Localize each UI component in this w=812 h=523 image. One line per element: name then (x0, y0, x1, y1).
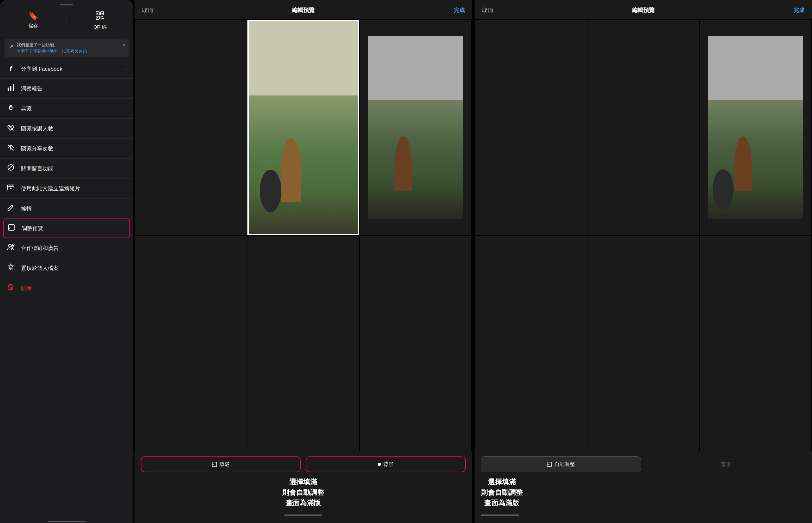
right-editor-header: 取消 編輯預覽 完成 (474, 0, 812, 19)
create-reel-icon (6, 184, 15, 193)
hide-shares-icon (6, 144, 15, 153)
top-buttons-row: 🔖 儲存 QR 碼 (0, 8, 133, 35)
create-reel-label: 使用此貼文建立連續短片 (21, 185, 127, 192)
menu-item-hide-shares[interactable]: 隱藏分享次數 (0, 139, 133, 159)
menu-item-edit[interactable]: 編輯 (0, 199, 133, 218)
grid-cell-2-2 (248, 236, 359, 451)
notice-banner: ↗ 我們搬遷了一些功能。 查看可分享到哪些地方，以及複製連結 × (4, 39, 129, 57)
hide-shares-label: 隱藏分享次數 (21, 145, 127, 152)
svg-rect-6 (101, 16, 102, 17)
save-button[interactable]: 🔖 儲存 (0, 11, 67, 30)
svg-rect-18 (7, 186, 14, 187)
center-cancel-button[interactable]: 取消 (142, 7, 153, 14)
svg-rect-1 (97, 13, 98, 14)
center-description: 選擇填滿則會自動調整畫面為滿版 (282, 477, 324, 508)
svg-rect-19 (8, 224, 14, 230)
menu-item-adjust-preview[interactable]: 調整預覽 (3, 218, 130, 238)
center-done-button[interactable]: 完成 (454, 7, 465, 14)
svg-rect-10 (7, 88, 9, 91)
right-done-button[interactable]: 完成 (794, 7, 805, 14)
grid-cell-1-2 (248, 20, 359, 235)
collab-label: 合作標籤和廣告 (21, 245, 127, 252)
adjust-preview-label: 調整預覽 (22, 225, 126, 232)
fill-label: 填滿 (219, 461, 230, 468)
adjust-preview-icon (7, 223, 16, 233)
facebook-icon: f (6, 65, 15, 73)
right-grid-1-2 (588, 20, 699, 235)
right-grid-1-3 (700, 20, 811, 235)
archive-icon (6, 104, 15, 113)
collab-icon (6, 243, 15, 253)
svg-rect-7 (102, 16, 103, 17)
save-label: 儲存 (29, 23, 38, 29)
svg-rect-12 (13, 84, 14, 91)
notice-close-button[interactable]: × (123, 41, 126, 49)
grid-cell-1-3 (360, 20, 471, 235)
right-bottom-buttons: 自動調整 背景 (481, 456, 806, 472)
center-editor-header: 取消 編輯預覽 完成 (134, 0, 472, 19)
bottom-line (48, 521, 86, 522)
fill-button[interactable]: 填滿 (141, 456, 301, 472)
right-description: 選擇填滿則會自動調整畫面為滿版 (481, 477, 523, 508)
qr-button[interactable]: QR 碼 (67, 11, 133, 30)
dot-icon (378, 463, 381, 466)
background-button[interactable]: 背景 (306, 456, 466, 472)
disable-comments-label: 關閉留言功能 (21, 165, 127, 172)
right-grid-2-2 (588, 236, 699, 451)
delete-icon (6, 283, 15, 293)
fill-icon (212, 462, 217, 467)
disable-comments-icon (6, 164, 15, 173)
center-bottom-line (284, 515, 322, 516)
hide-likes-label: 隱藏按讚人數 (21, 125, 127, 132)
grid-cell-1-1 (135, 20, 247, 235)
menu-item-insights[interactable]: 洞察報告 (0, 79, 133, 98)
left-panel: 🔖 儲存 QR 碼 ↗ (0, 0, 133, 523)
svg-rect-8 (101, 18, 102, 19)
auto-adjust-button[interactable]: 自動調整 (481, 456, 641, 472)
right-cancel-button[interactable]: 取消 (482, 7, 493, 14)
right-bottom-line (481, 515, 519, 516)
delete-label: 刪除 (21, 285, 127, 292)
menu-item-archive[interactable]: 典藏 (0, 98, 133, 119)
menu-item-hide-likes[interactable]: 隱藏按讚人數 (0, 119, 133, 139)
menu-item-collab[interactable]: 合作標籤和廣告 (0, 238, 133, 258)
auto-adjust-icon (547, 462, 552, 467)
menu-item-pin-profile[interactable]: 置頂於個人檔案 (0, 258, 133, 278)
qr-icon (95, 11, 104, 22)
svg-rect-9 (102, 18, 104, 19)
center-bottom-buttons: 填滿 背景 (141, 456, 466, 472)
center-bottom-bar: 填滿 背景 選擇填滿則會自動調整畫面為滿版 (134, 451, 472, 523)
right-preview-grid (474, 19, 812, 451)
menu-item-share-facebook[interactable]: f 分享到 Facebook › (0, 59, 133, 79)
edit-icon (6, 204, 15, 213)
menu-list: f 分享到 Facebook › 洞察報告 典藏 (0, 59, 133, 519)
background-label: 背景 (383, 461, 394, 468)
insights-icon (6, 84, 15, 93)
svg-point-20 (8, 245, 11, 247)
hide-likes-icon (6, 124, 15, 133)
qr-label: QR 碼 (93, 24, 107, 30)
right-grid-2-3 (700, 236, 811, 451)
notice-text: 我們搬遷了一些功能。 查看可分享到哪些地方，以及複製連結 (17, 42, 124, 54)
chevron-right-icon: › (125, 66, 127, 72)
svg-rect-26 (547, 462, 552, 467)
notice-icon: ↗ (9, 42, 14, 51)
menu-item-disable-comments[interactable]: 關閉留言功能 (0, 159, 133, 179)
save-icon: 🔖 (28, 11, 38, 21)
share-facebook-label: 分享到 Facebook (21, 65, 120, 73)
pin-profile-icon (6, 263, 15, 273)
svg-rect-5 (97, 17, 98, 18)
notice-link[interactable]: 查看可分享到哪些地方，以及複製連結 (17, 48, 124, 55)
menu-item-create-reel[interactable]: 使用此貼文建立連續短片 (0, 179, 133, 199)
archive-label: 典藏 (21, 105, 127, 112)
center-preview-grid (134, 19, 472, 451)
auto-adjust-label: 自動調整 (555, 461, 575, 468)
drag-handle[interactable] (60, 4, 73, 5)
center-title: 編輯預覽 (292, 6, 315, 14)
menu-item-delete[interactable]: 刪除 (0, 278, 133, 298)
pin-profile-label: 置頂於個人檔案 (21, 265, 127, 272)
svg-rect-11 (10, 86, 12, 91)
right-bottom-bar: 自動調整 背景 選擇填滿則會自動調整畫面為滿版 (474, 451, 812, 523)
right-grid-1-1 (475, 20, 587, 235)
grid-cell-2-3 (360, 236, 471, 451)
